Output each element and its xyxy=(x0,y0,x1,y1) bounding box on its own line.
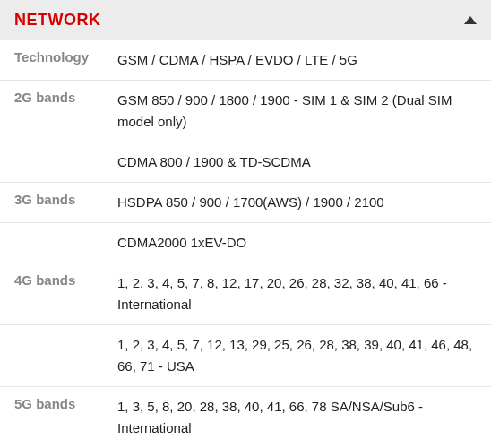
spec-label: 4G bands xyxy=(14,272,117,315)
spec-row-4g-bands: 4G bands 1, 2, 3, 4, 5, 7, 8, 12, 17, 20… xyxy=(0,263,491,325)
spec-value: 1, 3, 5, 8, 20, 28, 38, 40, 41, 66, 78 S… xyxy=(117,396,477,439)
spec-value: CDMA 800 / 1900 & TD-SCDMA xyxy=(117,151,477,173)
spec-value: 1, 2, 3, 4, 5, 7, 12, 13, 29, 25, 26, 28… xyxy=(117,334,477,377)
spec-subrow-3g-bands: CDMA2000 1xEV-DO xyxy=(0,223,491,263)
spec-spacer xyxy=(14,232,117,254)
spec-row-5g-bands: 5G bands 1, 3, 5, 8, 20, 28, 38, 40, 41,… xyxy=(0,387,491,448)
spec-subrow-2g-bands: CDMA 800 / 1900 & TD-SCDMA xyxy=(0,142,491,183)
spec-subrow-4g-bands: 1, 2, 3, 4, 5, 7, 12, 13, 29, 25, 26, 28… xyxy=(0,325,491,387)
spec-spacer xyxy=(14,151,117,173)
spec-label: Technology xyxy=(14,49,117,71)
spec-value: HSDPA 850 / 900 / 1700(AWS) / 1900 / 210… xyxy=(117,192,477,213)
chevron-up-icon xyxy=(464,16,477,24)
spec-value: GSM / CDMA / HSPA / EVDO / LTE / 5G xyxy=(117,49,477,71)
spec-label: 2G bands xyxy=(14,90,117,133)
spec-row-2g-bands: 2G bands GSM 850 / 900 / 1800 / 1900 - S… xyxy=(0,81,491,142)
spec-value: CDMA2000 1xEV-DO xyxy=(117,232,477,254)
spec-value: GSM 850 / 900 / 1800 / 1900 - SIM 1 & SI… xyxy=(117,90,477,133)
spec-row-3g-bands: 3G bands HSDPA 850 / 900 / 1700(AWS) / 1… xyxy=(0,183,491,223)
spec-value: 1, 2, 3, 4, 5, 7, 8, 12, 17, 20, 26, 28,… xyxy=(117,272,477,315)
spec-label: 5G bands xyxy=(14,396,117,439)
spec-label: 3G bands xyxy=(14,192,117,213)
spec-row-technology: Technology GSM / CDMA / HSPA / EVDO / LT… xyxy=(0,40,491,81)
section-header[interactable]: NETWORK xyxy=(0,0,491,40)
section-title: NETWORK xyxy=(14,11,101,30)
spec-spacer xyxy=(14,334,117,377)
